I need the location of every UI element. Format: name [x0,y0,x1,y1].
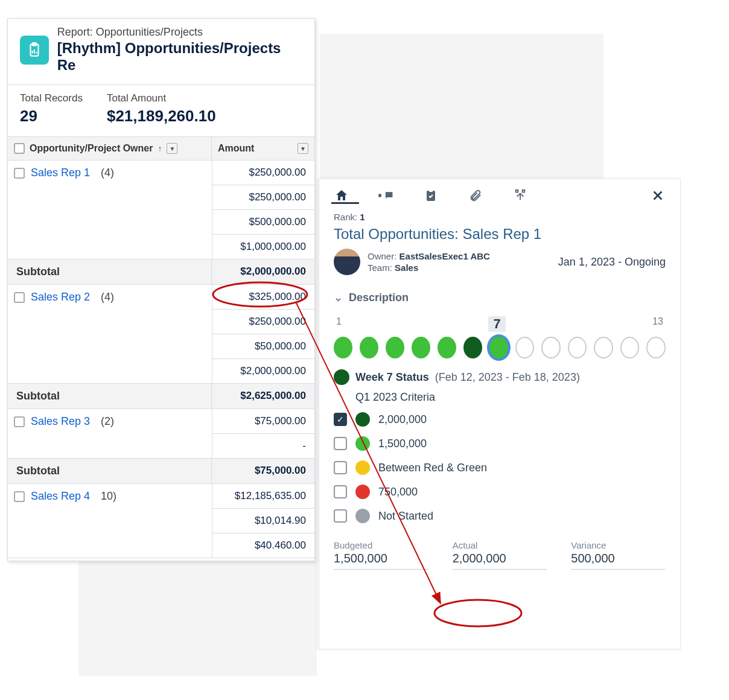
amount-cell: $50,000.00 [212,334,314,359]
actual-value[interactable]: 2,000,000 [453,550,547,570]
group-checkbox[interactable] [14,416,25,427]
group-row: Sales Rep 1(4)$250,000.00$250,000.00$500… [8,161,314,259]
group-owner-link[interactable]: Sales Rep 4 [31,490,90,503]
criteria-color-dot [355,412,370,427]
group-count: 10) [101,490,116,503]
branch-icon[interactable] [512,188,528,203]
report-header: Report: Opportunities/Projects [Rhythm] … [8,19,314,85]
svg-rect-3 [429,189,433,192]
date-range: Jan 1, 2023 - Ongoing [558,256,666,269]
attachments-icon[interactable] [468,188,483,203]
amount-cell: $12,185,635.00 [212,484,314,509]
week-dot[interactable] [568,337,587,358]
week-dot[interactable] [463,337,482,358]
background-block [78,561,317,676]
variance-value[interactable]: 500,000 [571,550,666,570]
week-dot[interactable] [438,337,456,358]
subtotal-label: Subtotal [8,259,212,284]
group-checkbox[interactable] [14,292,25,303]
criteria-row[interactable]: Between Red & Green [334,460,666,475]
criteria-checkbox[interactable] [334,509,347,523]
home-icon[interactable] [334,188,349,203]
budgeted-value[interactable]: 1,500,000 [334,550,428,570]
status-title: Week 7 Status [355,371,429,384]
weekly-status-dots [334,337,666,358]
budgeted-label: Budgeted [334,540,428,550]
amount-cell: $75,000.00 [212,409,314,434]
criteria-row[interactable]: 750,000 [334,485,666,499]
total-amount-label: Total Amount [107,92,216,104]
week-dot[interactable] [594,337,613,358]
subtotal-row: Subtotal$2,625,000.00 [8,384,314,409]
detail-panel: Rank: 1 Total Opportunities: Sales Rep 1… [319,179,681,649]
criteria-row[interactable]: 1,500,000 [334,436,666,451]
week-scale: 1 7 13 [334,316,666,332]
owner-value[interactable]: EastSalesExec1 ABC [400,251,490,261]
total-amount-value: $21,189,260.10 [107,107,216,126]
criteria-color-dot [355,509,370,523]
select-all-checkbox[interactable] [14,143,25,154]
week-dot[interactable] [646,337,666,358]
week-dot[interactable] [334,337,352,358]
team-value[interactable]: Sales [395,262,418,273]
week-end: 13 [652,316,663,332]
tasks-icon[interactable] [423,188,439,203]
table-body: Sales Rep 1(4)$250,000.00$250,000.00$500… [8,161,314,558]
group-owner-link[interactable]: Sales Rep 1 [31,167,90,179]
subtotal-row: Subtotal$2,000,000.00 [8,259,314,285]
amount-cell: $250,000.00 [212,310,314,334]
group-owner-link[interactable]: Sales Rep 2 [31,291,90,304]
criteria-checkbox[interactable] [334,437,347,450]
close-icon[interactable] [650,188,666,203]
amount-column-menu[interactable]: ▼ [298,143,308,154]
group-count: (2) [101,415,114,428]
group-owner-link[interactable]: Sales Rep 3 [31,415,90,428]
week-dot-current[interactable] [489,337,508,358]
report-name: [Rhythm] Opportunities/Projects Re [57,40,302,74]
criteria-checkbox[interactable] [334,485,347,498]
criteria-checkbox[interactable]: ✓ [334,413,347,426]
amount-column-header[interactable]: Amount [218,143,254,154]
detail-title[interactable]: Total Opportunities: Sales Rep 1 [334,226,666,243]
comments-icon[interactable] [378,188,394,203]
week-dot[interactable] [541,337,561,358]
total-records-value: 29 [20,107,83,126]
criteria-row[interactable]: ✓2,000,000 [334,412,666,427]
svg-rect-2 [427,191,435,201]
criteria-checkbox[interactable] [334,461,347,474]
subtotal-row: Subtotal$75,000.00 [8,459,314,484]
group-checkbox[interactable] [14,491,25,502]
sort-asc-icon[interactable]: ↑ [158,144,162,153]
status-date-range: (Feb 12, 2023 - Feb 18, 2023) [435,371,580,384]
group-checkbox[interactable] [14,168,25,179]
variance-label: Variance [571,540,666,550]
owner-column-menu[interactable]: ▼ [167,143,177,154]
subtotal-label: Subtotal [8,459,212,483]
owner-column-header[interactable]: Opportunity/Project Owner [30,143,153,154]
week-start: 1 [336,316,342,332]
rank-line: Rank: 1 [334,212,666,222]
detail-tabs [319,179,680,203]
amount-cell: $40.460.00 [212,533,314,558]
week-dot[interactable] [386,337,404,358]
amount-cell: $325,000.00 [212,285,314,310]
description-toggle[interactable]: ⌄ Description [334,291,666,304]
criteria-label: Between Red & Green [378,462,487,474]
week-dot[interactable] [412,337,430,358]
criteria-color-dot [355,485,370,499]
week-dot[interactable] [515,337,535,358]
subtotal-label: Subtotal [8,384,212,409]
svg-rect-5 [523,190,525,192]
group-row: Sales Rep 410)$12,185,635.00$10,014.90$4… [8,484,314,558]
total-records-label: Total Records [20,92,83,104]
criteria-color-dot [355,460,370,475]
team-label: Team: [368,262,392,273]
criteria-label: 1,500,000 [378,438,427,450]
amount-cell: $2,000,000.00 [212,359,314,383]
criteria-row[interactable]: Not Started [334,509,666,523]
week-dot[interactable] [360,337,378,358]
week-dot[interactable] [620,337,640,358]
avatar[interactable] [334,249,360,275]
group-count: (4) [101,291,114,304]
subtotal-value: $2,625,000.00 [212,384,314,409]
